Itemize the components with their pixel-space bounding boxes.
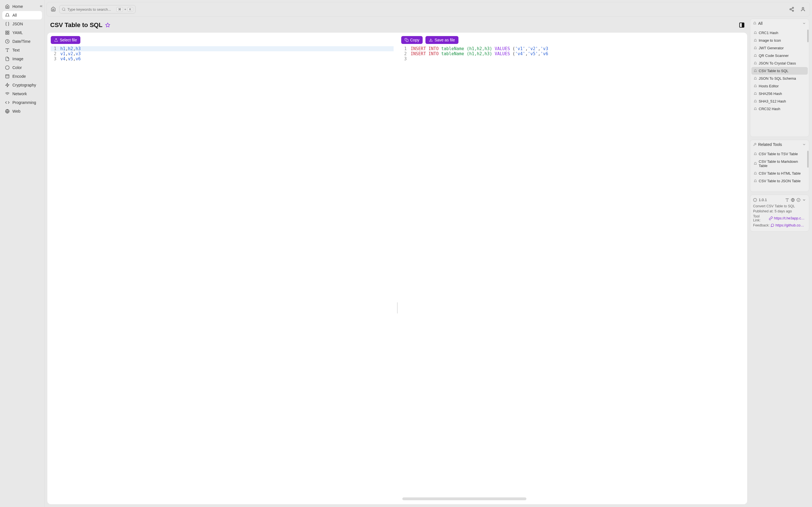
svg-point-14 (62, 8, 65, 10)
tool-item[interactable]: CRC32 Hash (751, 105, 808, 113)
text-icon[interactable] (785, 198, 789, 202)
info-panel: 1.0.1 Convert CSV Table to SQL Published… (750, 194, 809, 231)
related-tools-header[interactable]: Related Tools (750, 140, 809, 149)
right-panel: All CRC1 HashImage to IconJWT GeneratorQ… (750, 18, 809, 504)
sidebar-item-network[interactable]: Network (2, 90, 42, 98)
input-code[interactable]: 1h1,h2,h32v1,v2,v33v4,v5,v6 (51, 46, 394, 501)
home-icon[interactable] (51, 6, 56, 12)
right-editor: Copy Save as file 1INSERT INTO tableName… (401, 36, 744, 501)
tool-item[interactable]: Hosts Editor (751, 82, 808, 90)
copy-button[interactable]: Copy (401, 36, 423, 44)
svg-marker-10 (6, 83, 9, 87)
sidebar-item-json[interactable]: JSON (2, 20, 42, 28)
pin-icon (754, 77, 757, 80)
pin-icon (754, 107, 757, 111)
svg-line-15 (64, 10, 65, 11)
tool-item-label: CRC1 Hash (759, 31, 778, 35)
sidebar-item-label: Text (12, 48, 20, 52)
tool-item-label: QR Code Scanner (759, 54, 789, 58)
panel-toggle-icon[interactable] (739, 22, 744, 27)
sidebar-item-all[interactable]: All (2, 11, 42, 19)
sidebar-item-label: Web (12, 109, 20, 114)
tool-item-label: CSV Table to HTML Table (759, 171, 801, 175)
left-editor: Select file 1h1,h2,h32v1,v2,v33v4,v5,v6 (51, 36, 394, 501)
sidebar-item-text[interactable]: Text (2, 46, 42, 54)
svg-line-19 (791, 10, 792, 10)
pin-icon (754, 152, 757, 156)
code-line: 2v1,v2,v3 (51, 51, 394, 56)
tool-item[interactable]: JWT Generator (751, 44, 808, 52)
page-title: CSV Table to SQL (50, 21, 102, 29)
svg-point-18 (792, 10, 794, 11)
svg-rect-8 (6, 75, 9, 78)
sidebar-item-programming[interactable]: Programming (2, 98, 42, 107)
check-circle-icon[interactable] (797, 198, 801, 202)
select-file-button[interactable]: Select file (51, 36, 80, 44)
sidebar-item-yaml[interactable]: YAML (2, 29, 42, 37)
editor-divider[interactable] (397, 302, 398, 314)
svg-rect-2 (8, 33, 9, 34)
tool-item[interactable]: SHA256 Hash (751, 90, 808, 98)
search-box[interactable]: ⌘+K (59, 5, 136, 13)
info-description: Convert CSV Table to SQL (753, 204, 806, 208)
tool-item[interactable]: Image to Icon (751, 37, 808, 44)
copy-icon (405, 38, 409, 42)
tool-link[interactable]: https://t.he3app.co… (774, 216, 806, 220)
related-tool-item[interactable]: CSV Table to TSV Table (751, 150, 808, 158)
favorite-star-icon[interactable] (105, 22, 110, 27)
sidebar-item-web[interactable]: Web (2, 107, 42, 115)
sidebar-item-cryptography[interactable]: Cryptography (2, 81, 42, 89)
tool-item-label: CSV Table to TSV Table (759, 152, 798, 156)
pin-icon (754, 162, 757, 165)
code-icon (5, 100, 10, 105)
collapse-sidebar-button[interactable] (39, 4, 43, 8)
clock-icon (5, 39, 10, 44)
palette-icon (5, 65, 10, 70)
scrollbar[interactable] (807, 151, 809, 168)
wifi-icon (5, 92, 10, 96)
keyboard-shortcut: ⌘+K (116, 7, 133, 12)
horizontal-scrollbar[interactable] (402, 497, 526, 500)
bell-icon (5, 13, 10, 17)
related-tool-item[interactable]: CSV Table to Markdown Table (751, 158, 808, 170)
related-tool-item[interactable]: CSV Table to HTML Table (751, 170, 808, 177)
text-icon (5, 48, 10, 52)
tool-item[interactable]: QR Code Scanner (751, 52, 808, 59)
pin-icon (754, 39, 757, 42)
sidebar-item-label: Home (12, 4, 23, 9)
info-published: Published at: 5 days ago (753, 209, 806, 213)
feedback-link[interactable]: https://github.com/… (776, 223, 806, 227)
save-as-file-button[interactable]: Save as file (425, 36, 458, 44)
all-tools-header[interactable]: All (750, 19, 809, 28)
sidebar-item-encode[interactable]: Encode (2, 72, 42, 80)
scrollbar[interactable] (807, 30, 809, 42)
user-icon[interactable] (800, 6, 806, 12)
sidebar-item-home[interactable]: Home (2, 2, 42, 11)
svg-point-33 (797, 198, 800, 202)
chevron-down-icon[interactable] (802, 198, 806, 202)
sidebar-item-image[interactable]: Image (2, 55, 42, 63)
editors: Select file 1h1,h2,h32v1,v2,v33v4,v5,v6 … (47, 33, 747, 504)
tool-item[interactable]: JSON To Crystal Class (751, 59, 808, 67)
tool-item[interactable]: JSON To SQL Schema (751, 75, 808, 82)
search-input[interactable] (67, 7, 115, 11)
related-tool-item[interactable]: CSV Table to JSON Table (751, 177, 808, 185)
tool-item[interactable]: CRC1 Hash (751, 29, 808, 37)
code-line: 1h1,h2,h3 (51, 46, 394, 51)
sidebar-item-color[interactable]: Color (2, 63, 42, 72)
share-icon[interactable] (789, 6, 795, 12)
svg-line-20 (791, 8, 792, 9)
svg-point-21 (802, 7, 804, 9)
sidebar: HomeAllJSONYAMLDate/TimeTextImageColorEn… (0, 0, 45, 507)
tool-item[interactable]: CSV Table to SQL (751, 67, 808, 75)
info-icon (753, 198, 757, 202)
globe-icon[interactable] (791, 198, 795, 202)
code-line: 1INSERT INTO tableName (h1,h2,h3) VALUES… (401, 46, 744, 51)
svg-rect-1 (8, 31, 9, 33)
tool-item[interactable]: SHA3_512 Hash (751, 98, 808, 105)
output-code[interactable]: 1INSERT INTO tableName (h1,h2,h3) VALUES… (401, 46, 744, 501)
chevron-down-icon (802, 21, 806, 25)
braces-icon (5, 22, 10, 26)
link-icon (769, 216, 773, 220)
sidebar-item-date-time[interactable]: Date/Time (2, 37, 42, 46)
